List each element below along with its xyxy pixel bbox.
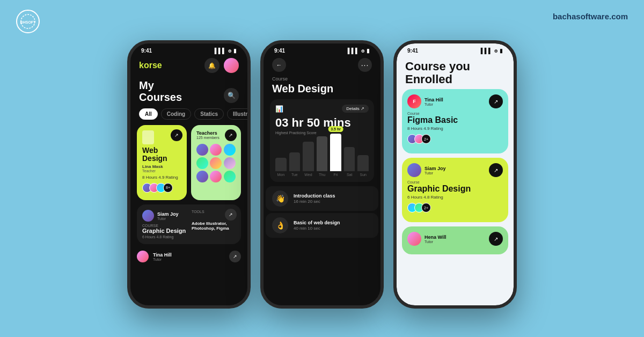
siam-role: Tutor (425, 171, 446, 175)
logo-section: BHSOFT (16, 10, 40, 33)
battery-icon: ▮ (233, 48, 237, 54)
card-web-design[interactable]: ↗ Web Design Lina Mask Teacher 8 Hours 4… (137, 125, 187, 200)
svg-text:BHSOFT: BHSOFT (20, 20, 36, 24)
bar-thu: Thu (317, 136, 328, 177)
status-time-1: 9:41 (141, 48, 152, 54)
signal-icon-3: ▌▌▌ (481, 48, 492, 54)
more-button[interactable]: ··· (358, 58, 372, 72)
tina-role: Tutor (153, 258, 172, 261)
teacher-9 (224, 171, 236, 182)
detail-course-title: Web Design (264, 83, 380, 99)
tutor-role: Tutor (157, 217, 179, 221)
teacher-6 (224, 157, 236, 169)
bar-thu-bar (317, 136, 328, 171)
filter-tabs: All Coding Statics Illustration (130, 108, 247, 125)
teacher-2 (210, 144, 222, 156)
status-icons-1: ▌▌▌ ⌾ ▮ (215, 48, 237, 54)
status-time-3: 9:41 (407, 48, 418, 54)
lesson-1-duration: 16 min 20 sec (294, 199, 372, 204)
tina-name: Tina Hill (153, 252, 172, 258)
tina-avatar (137, 251, 149, 262)
tina-preview: Tina Hill Tutor ↗ (130, 246, 247, 267)
teacher-role: Teacher (142, 169, 181, 173)
lesson-1[interactable]: 👋 Introduction class 16 min 20 sec (266, 186, 378, 211)
notification-btn[interactable]: 🔔 (204, 58, 219, 73)
bar-mon-bar (275, 158, 287, 171)
bar-tue-label: Tue (291, 173, 298, 177)
enrolled-card-hena[interactable]: Hena Will Tutor ↗ (402, 226, 508, 254)
enrolled-header: Course you Enrolled (397, 56, 514, 89)
score-tag: 3.5 hr (328, 126, 343, 132)
graphic-av-count: 2+ (421, 203, 431, 213)
tina-arrow[interactable]: ↗ (229, 251, 241, 262)
teacher-5 (210, 157, 222, 169)
battery-icon-2: ▮ (367, 48, 370, 54)
web-design-arrow[interactable]: ↗ (171, 129, 182, 141)
bar-wed-label: Wed (304, 173, 312, 177)
card-graphic-design[interactable]: Siam Joy Tutor Course Graphic Design 6 H… (137, 204, 241, 244)
lesson-1-title: Introduction class (294, 193, 372, 199)
figma-course-meta: 8 Hours 4.9 Rating (407, 126, 503, 131)
lesson-2[interactable]: 👌 Basic of web design 40 min 10 sec (266, 213, 378, 238)
graphic-course-label: Course (407, 180, 503, 184)
status-time-2: 9:41 (274, 48, 285, 54)
teacher-8 (210, 171, 222, 182)
hena-name: Hena Will (425, 235, 446, 240)
siam-name: Siam Joy (425, 166, 446, 171)
enrolled-card-figma[interactable]: F Tina Hill Tutor ↗ Course Figma Basic 8… (402, 89, 508, 153)
status-bar-1: 9:41 ▌▌▌ ⌾ ▮ (130, 43, 247, 56)
tab-statics[interactable]: Statics (194, 108, 224, 120)
figma-course-title: Figma Basic (407, 115, 503, 125)
figma-course-label: Course (407, 112, 503, 115)
course-title: Graphic Design (142, 228, 186, 234)
lesson-2-title: Basic of web design (294, 220, 372, 225)
graphic-arrow[interactable]: ↗ (225, 209, 237, 221)
teacher-3 (224, 144, 236, 156)
battery-icon-3: ▮ (500, 48, 503, 54)
enrolled-card-graphic[interactable]: Siam Joy Tutor ↗ Course Graphic Design 6… (402, 158, 508, 222)
course-label: Course (142, 224, 186, 228)
header-icons: 🔔 (204, 58, 239, 73)
bar-sun: Sun (357, 155, 369, 177)
tab-illustration[interactable]: Illustration (227, 108, 247, 120)
chart-header: 📊 Details ↗ (275, 105, 369, 113)
wifi-icon-3: ⌾ (494, 48, 497, 54)
teacher-1 (196, 144, 208, 156)
bar-tue-bar (289, 152, 301, 171)
avatar-count: 8+ (163, 183, 173, 193)
student-avatars: 8+ (142, 183, 181, 193)
figma-tutor-avatar: F (407, 94, 421, 108)
bar-fri-label: Fri (334, 173, 338, 177)
hena-role: Tutor (425, 240, 446, 244)
back-button[interactable]: ← (272, 58, 286, 72)
bar-thu-label: Thu (319, 173, 325, 177)
courses-title-section: MyCourses 🔍 (130, 77, 247, 108)
search-button[interactable]: 🔍 (224, 88, 239, 103)
teachers-arrow[interactable]: ↗ (225, 129, 237, 141)
card-left: Siam Joy Tutor Course Graphic Design 6 H… (142, 210, 186, 239)
chart-icon: 📊 (275, 105, 283, 113)
graphic-avatars: 2+ (407, 203, 503, 213)
user-avatar[interactable] (224, 58, 239, 73)
status-icons-3: ▌▌▌ ⌾ ▮ (481, 48, 503, 54)
tab-coding[interactable]: Coding (161, 108, 191, 120)
graphic-course-meta: 6 Hours 4.8 Rating (407, 195, 503, 200)
detail-header: ← ··· (264, 56, 380, 76)
courses-grid: ↗ Web Design Lina Mask Teacher 8 Hours 4… (130, 125, 247, 204)
time-display: 03 hr 50 mins (275, 116, 369, 130)
chart-subtitle: Highest Practicing Score (275, 131, 369, 135)
bar-mon: Mon (275, 158, 287, 177)
bar-sat: Sat (344, 147, 355, 177)
tutor-avatar (142, 210, 154, 222)
chart-section: 📊 Details ↗ 03 hr 50 mins Highest Practi… (270, 99, 374, 182)
hena-avatar (407, 232, 421, 246)
card-teachers[interactable]: Teachers 125 members ↗ (191, 125, 241, 200)
details-button[interactable]: Details ↗ (342, 105, 369, 113)
bar-wed-bar (303, 142, 314, 171)
tutor-name: Siam Joy (157, 211, 179, 217)
tab-all[interactable]: All (139, 108, 158, 120)
phone-web-design-detail: 9:41 ▌▌▌ ⌾ ▮ ← ··· Course Web Design 📊 D… (260, 40, 384, 309)
bar-tue: Tue (289, 152, 301, 177)
doc-icon (142, 130, 154, 144)
tools-list: Adobe Illustrator, Photoshop, Figma (192, 221, 236, 231)
